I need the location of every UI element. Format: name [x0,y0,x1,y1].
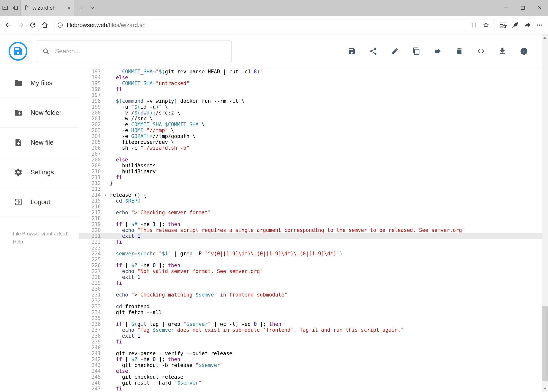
browser-tab[interactable]: wizard.sh × [20,0,75,16]
code-line[interactable]: 238 exit 1 [79,333,548,339]
code-line[interactable]: 235 [79,315,548,321]
move-button[interactable] [433,47,442,56]
close-button[interactable] [531,0,548,16]
tab-close-icon[interactable]: × [66,5,71,11]
code-line[interactable]: 231 echo "> Checking matching $semver in… [79,292,548,298]
code-line[interactable]: 203 -e HOME="//tmp" \ [79,127,548,133]
code-line[interactable]: 194 else [79,75,548,80]
scrollbar-thumb[interactable] [542,306,548,381]
search-input[interactable] [55,48,226,55]
code-line[interactable]: 214▾release () { [79,192,548,198]
info-button[interactable] [520,47,528,56]
code-line[interactable]: 226 if [ $? -ne 0 ]; then [79,262,548,268]
code-line[interactable]: 240 [79,345,548,350]
save-button[interactable] [347,47,356,56]
code-line[interactable]: 199 -u "$(id -u)" \ [79,104,548,110]
delete-button[interactable] [455,47,464,56]
code-line[interactable]: 224 semver=$(echo "$1" | grep -P '^v(0|[… [79,251,548,257]
scroll-up-button[interactable] [542,35,548,41]
code-line[interactable]: 218 [79,216,548,221]
code-line[interactable]: 211 fi [79,174,548,180]
refresh-button[interactable] [27,18,39,32]
code-line[interactable]: 242 if [ $? -ne 0 ]; then [79,356,548,362]
maximize-button[interactable] [514,0,531,16]
code-line[interactable]: 207 [79,151,548,157]
code-line[interactable]: 195 COMMIT_SHA="untracked" [79,80,548,86]
code-line[interactable]: 247 fi [79,386,548,392]
address-bar[interactable]: filebrowser.web/files/wizard.sh [54,19,494,31]
more-options-button[interactable] [534,18,546,32]
fold-marker-icon[interactable]: ▾ [101,192,110,198]
search-box[interactable] [36,41,232,62]
hub-button[interactable] [497,18,509,32]
reader-view-button[interactable] [468,21,478,28]
code-line[interactable]: 209 buildAssets [79,163,548,168]
code-line[interactable]: 228 exit 1 [79,274,548,280]
code-line[interactable]: 213 [79,186,548,192]
sidebar-item-new-file[interactable]: New file [0,128,79,157]
code-line[interactable]: 217 echo "> Checking semver format" [79,210,548,216]
code-line[interactable]: 227 echo "Not valid semver format. See s… [79,268,548,274]
code-line[interactable]: 233 cd frontend [79,304,548,309]
code-line[interactable]: 230 [79,286,548,292]
code-line[interactable]: 234 git fetch --all [79,309,548,315]
add-favorite-button[interactable] [481,21,491,28]
share-page-button[interactable] [521,18,534,32]
edit-button[interactable] [390,47,399,56]
code-line[interactable]: 243 git checkout -b release "$semver" [79,362,548,368]
minimize-button[interactable] [498,0,514,16]
code-line[interactable]: 210 buildBinary [79,168,548,174]
home-button[interactable] [39,18,51,32]
code-editor[interactable]: 193 COMMIT_SHA="$(git rev-parse HEAD | c… [79,68,548,392]
code-line[interactable]: 229 fi [79,280,548,286]
code-line[interactable]: 219 if [ $# -ne 1 ]; then [79,221,548,227]
tab-previews-button[interactable] [0,0,10,16]
code-line[interactable]: 236 if [ $(git tag | grep "$semver" | wc… [79,321,548,327]
code-line[interactable]: 205 filebrowser/dev \ [79,139,548,145]
sidebar-item-new-folder[interactable]: New folder [0,98,79,128]
forward-button[interactable] [14,18,27,32]
code-line[interactable]: 244 else [79,368,548,374]
set-tabs-aside-button[interactable] [10,0,20,16]
code-line[interactable]: 232 [79,298,548,304]
download-button[interactable] [498,47,507,56]
code-line[interactable]: 245 git checkout release [79,374,548,380]
code-line[interactable]: 198 $(command -v winpty) docker run --rm… [79,98,548,104]
code-line[interactable]: 241 git rev-parse --verify --quiet relea… [79,350,548,356]
code-line[interactable]: 208 else [79,157,548,163]
site-info-icon[interactable] [57,22,64,28]
tab-menu-button[interactable] [87,0,97,16]
back-button[interactable] [2,18,14,32]
code-line[interactable]: 201 -w //src \ [79,116,548,121]
new-tab-button[interactable]: + [75,0,87,16]
help-link[interactable]: Help [13,239,23,245]
code-line[interactable]: 202 -e COMMIT_SHA=$COMMIT_SHA \ [79,121,548,127]
copy-button[interactable] [412,47,421,56]
code-line[interactable]: 225 [79,257,548,262]
code-line[interactable]: 221 exit 1 [79,233,548,239]
code-line[interactable]: 216 [79,204,548,210]
code-line[interactable]: 215 cd $REPO [79,198,548,204]
code-line[interactable]: 204 -e GOPATH=//tmp/gopath \ [79,133,548,139]
code-view-button[interactable] [476,47,486,56]
code-line[interactable]: 200 -v /$(pwd):/src:z \ [79,110,548,116]
code-line[interactable]: 206 sh -c "./wizard.sh -b" [79,145,548,151]
sidebar-item-logout[interactable]: Logout [0,187,79,217]
share-button[interactable] [369,47,378,56]
code-line[interactable]: 223 [79,245,548,251]
sidebar-item-my-files[interactable]: My files [0,68,79,98]
web-note-button[interactable] [509,18,521,32]
scroll-down-button[interactable] [542,385,548,392]
code-line[interactable]: 237 echo "Tag $semver does not exist in … [79,327,548,333]
page-scrollbar[interactable] [542,35,548,392]
code-line[interactable]: 222 fi [79,239,548,245]
sidebar-item-settings[interactable]: Settings [0,157,79,187]
code-line[interactable]: 239 fi [79,339,548,345]
code-line[interactable]: 212} [79,180,548,186]
code-line[interactable]: 197 [79,92,548,98]
code-line[interactable]: 220 echo "This release script requires a… [79,227,548,233]
code-line[interactable]: 196 fi [79,86,548,92]
code-line[interactable]: 193 COMMIT_SHA="$(git rev-parse HEAD | c… [79,69,548,75]
code-line[interactable]: 246 git reset --hard "$semver" [79,380,548,386]
trash-icon [455,47,464,55]
